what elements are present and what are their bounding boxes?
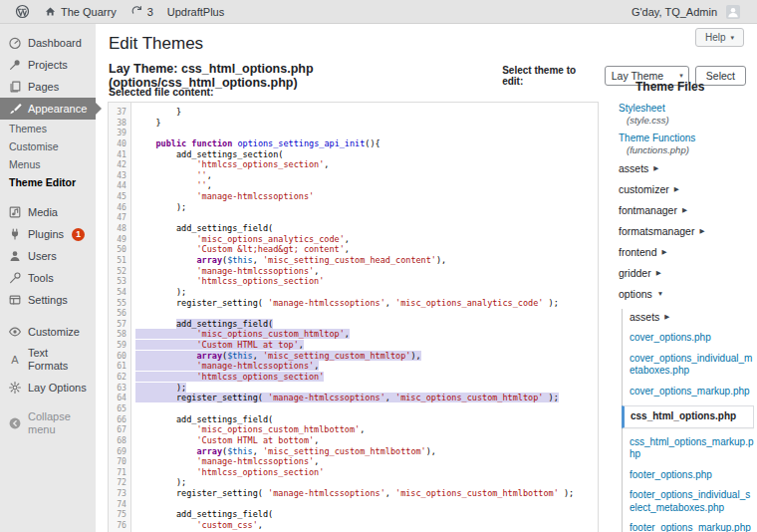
line-number: 66 <box>109 414 130 425</box>
collapse-icon <box>8 416 22 430</box>
theme-file-cover-options-markup-php[interactable]: cover_options_markup.php <box>630 386 755 399</box>
sidebar-item-label: Pages <box>28 81 59 94</box>
code-line: 'Custom HTML at top', <box>135 340 598 351</box>
folder-arrow-icon: ▶ <box>674 186 679 193</box>
line-number: 44 <box>109 180 130 191</box>
folder-label: assets <box>630 311 659 323</box>
code-line: register_setting( 'manage-htmlcssoptions… <box>135 298 598 309</box>
admin-bar-item-the-quarry[interactable]: The Quarry <box>37 0 124 23</box>
theme-folder-options[interactable]: options▼ <box>619 288 755 300</box>
admin-bar-item-updraftplus[interactable]: UpdraftPlus <box>160 0 231 23</box>
projects-icon <box>8 58 22 72</box>
folder-label: frontend <box>619 246 657 258</box>
line-number: 57 <box>109 319 130 330</box>
sidebar-item-label: Settings <box>28 294 68 307</box>
sidebar-item-label: Dashboard <box>28 37 82 50</box>
code-line: 'htmlcss_options_section' <box>135 467 598 478</box>
line-number: 58 <box>109 329 130 340</box>
selected-text: array($this, 'misc_setting_custom_htmlto… <box>135 351 421 361</box>
theme-file-footer-options-php[interactable]: footer_options.php <box>630 469 755 482</box>
sidebar-item-collapse-menu[interactable]: Collapse menu <box>0 406 96 440</box>
folder-label: options <box>619 288 652 300</box>
selected-text: ); <box>135 383 186 393</box>
selected-text: add_settings_field( <box>176 319 273 329</box>
sidebar-item-label: Users <box>28 250 57 263</box>
code-line: ); <box>135 287 598 298</box>
theme-folder-formatsmanager[interactable]: formatsmanager▶ <box>619 225 755 237</box>
code-line: add_settings_field( <box>135 414 598 425</box>
theme-folder-gridder[interactable]: gridder▶ <box>619 267 755 279</box>
line-number: 60 <box>109 351 130 362</box>
sidebar-subitem-customise[interactable]: Customise <box>0 137 96 155</box>
code-line: '', <box>135 180 598 191</box>
sidebar-item-projects[interactable]: Projects <box>0 54 96 76</box>
sidebar-item-users[interactable]: Users <box>0 245 96 267</box>
selected-text: 'htmlcss_options_section' <box>135 372 324 382</box>
theme-file-cover-options-php[interactable]: cover_options.php <box>630 332 755 345</box>
sidebar-item-settings[interactable]: Settings <box>0 289 96 311</box>
line-number: 68 <box>109 435 130 446</box>
theme-file-subtitle: (style.css) <box>627 115 755 126</box>
sidebar-item-lay-options[interactable]: Lay Options <box>0 377 96 399</box>
sidebar-item-customize[interactable]: Customize <box>0 321 96 343</box>
admin-bar-item-3[interactable]: 3 <box>124 0 160 23</box>
line-number: 52 <box>109 266 130 277</box>
sidebar-item-label: Appearance <box>28 103 87 116</box>
theme-file-footer-options-markup-php[interactable]: footer_options_markup.php <box>630 522 755 532</box>
folder-label: formatsmanager <box>619 225 694 237</box>
theme-file-footer-options-individual-select-metaboxes-php[interactable]: footer_options_individual_select_metabox… <box>630 489 755 514</box>
theme-file-cover-options-individual-metaboxes-php[interactable]: cover_options_individual_metaboxes.php <box>630 353 755 378</box>
theme-folder-frontend[interactable]: frontend▶ <box>619 246 755 258</box>
sidebar-item-tools[interactable]: Tools <box>0 267 96 289</box>
line-number: 46 <box>109 202 130 213</box>
code-line: 'misc_options_custom_htmltop', <box>135 329 598 340</box>
dashboard-icon <box>8 36 22 50</box>
home-icon <box>44 5 57 18</box>
sidebar-item-media[interactable]: Media <box>0 201 96 223</box>
line-number: 48 <box>109 223 130 234</box>
sidebar-item-pages[interactable]: Pages <box>0 76 96 98</box>
code-line: add_settings_section( <box>135 149 598 160</box>
sidebar-item-appearance[interactable]: Appearance <box>0 98 96 120</box>
line-number: 72 <box>109 477 130 488</box>
line-number: 55 <box>109 298 130 309</box>
theme-folder-assets[interactable]: assets▶ <box>630 311 755 323</box>
sidebar-item-plugins[interactable]: Plugins1 <box>0 223 96 245</box>
theme-folder-fontmanager[interactable]: fontmanager▶ <box>619 204 755 216</box>
line-number: 53 <box>109 276 130 287</box>
theme-file-theme-functions[interactable]: Theme Functions <box>619 133 755 143</box>
sidebar-subitem-menus[interactable]: Menus <box>0 155 96 173</box>
code-line: ); <box>135 477 598 488</box>
theme-folder-assets[interactable]: assets▶ <box>619 162 755 174</box>
code-line: 'htmlcss_options_section' <box>135 276 598 287</box>
selected-text: 'manage-htmlcssoptions', <box>135 361 319 371</box>
line-number: 49 <box>109 234 130 245</box>
code-line: 'Custom &lt;head&gt; content', <box>135 244 598 255</box>
admin-bar-account[interactable]: G'day, TQ_Admin <box>625 0 747 23</box>
wordpress-logo-icon <box>15 4 30 19</box>
code-line: register_setting( 'manage-htmlcssoptions… <box>135 393 598 403</box>
admin-bar-item-wordpress-logo[interactable] <box>8 0 37 23</box>
theme-file-css-html-options-php[interactable]: css_html_options.php <box>622 405 754 428</box>
sidebar-subitem-theme-editor[interactable]: Theme Editor <box>0 173 96 191</box>
sidebar-subitem-themes[interactable]: Themes <box>0 120 96 137</box>
theme-folder-customizer[interactable]: customizer▶ <box>619 183 755 195</box>
main-content: Help ▾ Edit Themes Lay Theme: css_html_o… <box>96 24 757 532</box>
line-number: 39 <box>109 128 130 138</box>
sidebar-item-label: Lay Options <box>28 382 87 395</box>
theme-files-list: Stylesheet(style.css)Theme Functions(fun… <box>610 103 755 532</box>
select-theme-label: Select theme to edit: <box>502 65 599 87</box>
code-line: 'htmlcss_options_section' <box>135 372 598 383</box>
theme-file-stylesheet[interactable]: Stylesheet <box>619 103 755 114</box>
code-editor[interactable]: 3738394041424344454647484950515253545556… <box>108 102 599 532</box>
sidebar-item-label: Plugins <box>28 228 64 241</box>
line-number: 69 <box>109 446 130 457</box>
plugins-icon <box>8 227 22 241</box>
theme-files-panel: Theme Files Stylesheet(style.css)Theme F… <box>610 80 755 532</box>
line-number: 64 <box>109 393 130 403</box>
help-button[interactable]: Help ▾ <box>695 28 744 47</box>
sidebar-item-dashboard[interactable]: Dashboard <box>0 32 96 54</box>
theme-file-css-html-options-markup-php[interactable]: css_html_options_markup.php <box>630 436 755 461</box>
line-number: 63 <box>109 383 130 394</box>
sidebar-item-text-formats[interactable]: AText Formats <box>0 343 96 377</box>
